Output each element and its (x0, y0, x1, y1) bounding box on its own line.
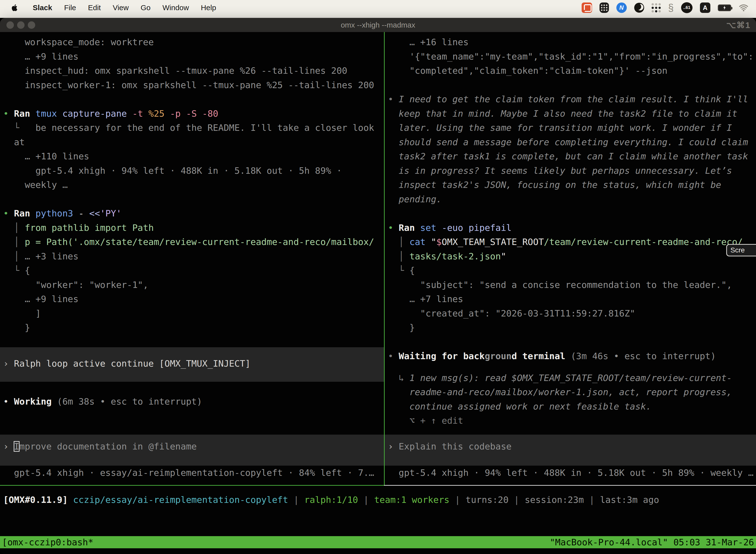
menu-view[interactable]: View (107, 3, 134, 12)
menu-app-name[interactable]: Slack (27, 3, 58, 12)
working-status: • Working (6m 38s • esc to interrupt) (3, 394, 384, 409)
screen-tooltip: Scre (726, 244, 756, 257)
terminal-line: "created_at": "2026-03-31T11:59:27.816Z" (388, 306, 756, 321)
terminal-line: pending. (388, 192, 756, 207)
terminal-line: at (3, 135, 384, 150)
terminal-line: │ from pathlib import Path (3, 221, 384, 235)
right-pane-bottom-border (384, 485, 756, 486)
keypad-shield-icon[interactable] (600, 2, 609, 13)
grid-dots-icon[interactable] (651, 3, 661, 12)
terminal-line: weekly … (3, 178, 384, 192)
window-shortcut-badge: ⌥⌘1 (726, 20, 751, 30)
terminal-window: omx --xhigh --madmax ⌥⌘1 workspace_mode:… (0, 18, 756, 554)
terminal-line: inspect task2's JSON, focusing on the st… (388, 178, 756, 192)
terminal-blank-line (3, 382, 384, 394)
terminal-line: } (388, 321, 756, 335)
vpn-icon[interactable]: N (616, 2, 627, 13)
waiting-status: • Waiting for background terminal (3m 46… (388, 349, 756, 364)
traffic-light-buttons (6, 21, 35, 29)
terminal-line: ] (3, 306, 384, 321)
terminal-line: is in progress? It seems likely but perh… (388, 164, 756, 178)
terminal-line: "worker": "worker-1", (3, 278, 384, 292)
close-button[interactable] (6, 21, 14, 29)
command-ran-tmux-capture: • Ran tmux capture-pane -t %25 -p -S -80 (3, 107, 384, 121)
battery-percent-badge[interactable]: ..61 (681, 2, 693, 13)
menu-window[interactable]: Window (156, 3, 195, 12)
slack-notification-icon[interactable] (582, 2, 592, 13)
terminal-line: later. Using the same for transition mig… (388, 121, 756, 135)
prompt-input[interactable]: › Explain this codebase (385, 435, 756, 466)
terminal-line: "subject": "send a concise recommendatio… (388, 278, 756, 292)
terminal-line: readme-and-reco/mailbox/worker-1.json, a… (388, 385, 756, 399)
left-pane-bottom-border (0, 485, 384, 486)
terminal-blank-line (388, 335, 756, 349)
terminal-line: } (3, 321, 384, 335)
command-ran-set-pipefail: • Ran set -euo pipefail (388, 221, 756, 235)
terminal-blank-line (3, 92, 384, 107)
tmux-session-label[interactable]: [omx-cczip0:bash* (2, 535, 93, 550)
omx-session-status-line: [OMX#0.11.9] cczip/essay/ai-reimplementa… (0, 493, 756, 507)
tmux-pane-divider[interactable] (384, 32, 385, 485)
apple-menu-icon[interactable] (9, 4, 20, 12)
menu-file[interactable]: File (58, 3, 82, 12)
terminal-line: │ … +3 lines (3, 249, 384, 264)
terminal-line: continue assigned work or next feasible … (388, 399, 756, 414)
squiggle-icon[interactable]: § (668, 3, 674, 13)
terminal-blank-line (388, 428, 756, 435)
terminal-blank-line (388, 364, 756, 371)
window-title: omx --xhigh --madmax (341, 21, 415, 29)
menu-edit[interactable]: Edit (82, 3, 107, 12)
terminal-blank-line (3, 335, 384, 347)
terminal-line: gpt-5.4 xhigh · 94% left · 488K in · 5.1… (3, 164, 384, 178)
command-ran-python3: • Ran python3 - <<'PY' (3, 206, 384, 221)
assistant-thinking: • I need to get the claim token from the… (388, 92, 756, 107)
terminal-line: └ be necessary for the end of the README… (3, 121, 384, 135)
edit-hint: ⌥ + ↑ edit (388, 413, 756, 428)
minimize-button[interactable] (17, 21, 24, 29)
input-source-icon[interactable]: A (700, 2, 710, 13)
terminal-line: └ { (3, 263, 384, 278)
wifi-icon[interactable] (739, 4, 749, 12)
terminal-blank-line (388, 206, 756, 221)
prompt-input[interactable]: › Improve documentation in @filename (0, 435, 384, 466)
terminal-line: … +9 lines (3, 49, 384, 64)
terminal-line: inspect_hud: omx sparkshell --tmux-pane … (3, 63, 384, 78)
tmux-pane-right[interactable]: … +16 lines '{"team_name":"my-team","tas… (385, 32, 756, 485)
terminal-line: task2 after task1 is complete, but can I… (388, 149, 756, 164)
terminal-line: └ { (388, 263, 756, 278)
ralph-loop-status-banner: › Ralph loop active continue [OMX_TMUX_I… (0, 347, 384, 382)
terminal-line: │ tasks/task-2.json" (388, 249, 756, 264)
terminal-line: │ cat "$OMX_TEAM_STATE_ROOT/team/review-… (388, 235, 756, 249)
terminal-content: workspace_mode: worktree … +9 lines insp… (0, 32, 756, 554)
terminal-line: workspace_mode: worktree (3, 35, 384, 49)
terminal-blank-line (388, 78, 756, 92)
terminal-line: "completed","claim_token":"claim-token"}… (388, 63, 756, 78)
tmux-pane-left[interactable]: workspace_mode: worktree … +9 lines insp… (0, 32, 384, 485)
contrast-moon-icon[interactable] (634, 3, 644, 13)
zoom-button[interactable] (28, 21, 35, 29)
mailbox-notification: ↳ 1 new msg(s): read $OMX_TEAM_STATE_ROO… (388, 371, 756, 385)
terminal-line: should send a message before completing … (388, 135, 756, 150)
terminal-blank-line (3, 409, 384, 435)
terminal-line: │ p = Path('.omx/state/team/review-curre… (3, 235, 384, 249)
tmux-status-bar: [omx-cczip0:bash* "MacBook-Pro-44.local"… (0, 536, 756, 548)
terminal-line: … +16 lines (388, 35, 756, 49)
terminal-line: keep that in mind. Maybe I also need the… (388, 107, 756, 121)
terminal-line: '{"team_name":"my-team","task_id":"1","f… (388, 49, 756, 64)
terminal-line: … +110 lines (3, 149, 384, 164)
tmux-host-and-clock: "MacBook-Pro-44.local" 05:03 31-Mar-26 (550, 535, 754, 550)
lightning-bolt-icon (723, 6, 726, 10)
terminal-line: … +9 lines (3, 292, 384, 306)
pane-status-line: gpt-5.4 xhigh · essay/ai-reimplementatio… (3, 466, 384, 480)
window-title-bar[interactable]: omx --xhigh --madmax ⌥⌘1 (0, 18, 756, 32)
terminal-line: inspect_worker-1: omx sparkshell --tmux-… (3, 78, 384, 92)
pane-status-line: gpt-5.4 xhigh · 94% left · 488K in · 5.1… (388, 466, 756, 480)
battery-icon[interactable] (718, 4, 731, 11)
terminal-blank-line (3, 192, 384, 207)
menu-go[interactable]: Go (135, 3, 156, 12)
macos-menu-bar: Slack File Edit View Go Window Help N § … (0, 0, 756, 18)
menubar-status-icons: N § ..61 A (582, 2, 749, 13)
terminal-line: … +7 lines (388, 292, 756, 306)
menu-help[interactable]: Help (195, 3, 222, 12)
